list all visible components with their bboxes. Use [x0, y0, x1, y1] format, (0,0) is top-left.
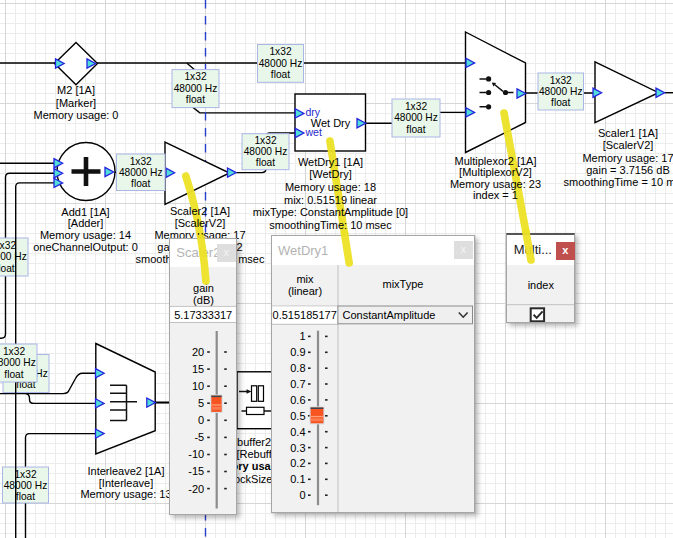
svg-text:20: 20: [192, 346, 204, 358]
svg-text:0.8: 0.8: [290, 362, 305, 374]
svg-text:1x32: 1x32: [3, 346, 25, 357]
svg-text:1x32: 1x32: [184, 71, 206, 82]
svg-text:float: float: [0, 263, 15, 274]
svg-text:WetDry1 [1A]: WetDry1 [1A]: [298, 156, 363, 168]
svg-text:5.17333317: 5.17333317: [174, 309, 232, 321]
svg-text:48000 Hz: 48000 Hz: [4, 480, 48, 491]
svg-text:Multiplexor2 [1A]: Multiplexor2 [1A]: [455, 155, 537, 167]
svg-text:mix: 0.51519 linear: mix: 0.51519 linear: [284, 194, 377, 206]
svg-text:0.5: 0.5: [290, 409, 305, 421]
svg-text:0.515185177: 0.515185177: [273, 309, 337, 321]
svg-text:float: float: [271, 69, 290, 80]
svg-text:float: float: [4, 369, 23, 380]
svg-text:0.3: 0.3: [290, 441, 305, 453]
svg-text:mixType: mixType: [383, 277, 424, 289]
svg-text:48000 Hz: 48000 Hz: [119, 167, 163, 178]
svg-text:1x32: 1x32: [0, 240, 16, 251]
svg-text:0.9: 0.9: [290, 346, 305, 358]
svg-text:48000 Hz: 48000 Hz: [0, 251, 27, 262]
svg-text:Memory usage: 13: Memory usage: 13: [80, 488, 171, 500]
svg-text:[ScalerV2]: [ScalerV2]: [175, 217, 226, 229]
svg-text:-15: -15: [189, 465, 205, 477]
svg-text:Memory usage: 23: Memory usage: 23: [450, 178, 541, 190]
svg-text:(dB): (dB): [193, 294, 214, 306]
svg-text:0.6: 0.6: [290, 393, 305, 405]
svg-text:mix: mix: [296, 273, 314, 285]
svg-text:5: 5: [198, 397, 204, 409]
svg-text:-5: -5: [195, 431, 205, 443]
svg-text:Interleave2 [1A]: Interleave2 [1A]: [87, 465, 164, 477]
svg-text:float: float: [551, 97, 570, 108]
svg-text:-20: -20: [189, 483, 205, 495]
svg-text:gain = 3.7156 dB: gain = 3.7156 dB: [586, 164, 670, 176]
svg-text:1: 1: [299, 330, 305, 342]
svg-text:1x32: 1x32: [550, 75, 572, 86]
svg-text:index = 1: index = 1: [473, 189, 518, 201]
svg-text:Add1 [1A]: Add1 [1A]: [61, 206, 109, 218]
svg-text:0.7: 0.7: [290, 377, 305, 389]
svg-text:gain: gain: [193, 282, 214, 294]
svg-text:Scaler2 [1A]: Scaler2 [1A]: [170, 205, 230, 217]
svg-text:0.1: 0.1: [290, 473, 305, 485]
svg-text:[ScalerV2]: [ScalerV2]: [603, 139, 654, 151]
svg-text:M2 [1A]: M2 [1A]: [57, 84, 95, 96]
svg-text:dry: dry: [306, 106, 321, 118]
svg-text:wet: wet: [305, 126, 322, 138]
svg-text:0.2: 0.2: [290, 457, 305, 469]
svg-text:[MultiplexorV2]: [MultiplexorV2]: [459, 166, 532, 178]
svg-text:index: index: [527, 278, 554, 290]
svg-text:[Adder]: [Adder]: [68, 217, 103, 229]
svg-text:smoothingTime: 10 msec: smoothingTime: 10 msec: [269, 219, 392, 231]
svg-text:1x32: 1x32: [254, 135, 276, 146]
svg-text:48000 Hz: 48000 Hz: [0, 357, 36, 368]
svg-text:Memory usage: 0: Memory usage: 0: [34, 109, 119, 121]
svg-text:ConstantAmplitude: ConstantAmplitude: [343, 308, 436, 320]
svg-text:10: 10: [192, 380, 204, 392]
svg-text:-10: -10: [189, 448, 205, 460]
svg-text:1x32: 1x32: [130, 156, 152, 167]
svg-text:mixType: ConstantAmplitude [0]: mixType: ConstantAmplitude [0]: [253, 206, 408, 218]
svg-text:0: 0: [198, 414, 204, 426]
svg-text:Memory usage: 18: Memory usage: 18: [285, 181, 376, 193]
svg-text:48000 Hz: 48000 Hz: [539, 86, 583, 97]
svg-text:1x32: 1x32: [14, 469, 36, 480]
svg-text:float: float: [406, 124, 425, 135]
svg-text:1x32: 1x32: [405, 101, 427, 112]
svg-text:1x32: 1x32: [269, 46, 291, 57]
svg-text:Memory usage: 14: Memory usage: 14: [40, 229, 131, 241]
svg-text:[Marker]: [Marker]: [56, 97, 96, 109]
svg-text:smoothingTime = 10 msec: smoothingTime = 10 msec: [564, 176, 673, 188]
svg-text:15: 15: [192, 363, 204, 375]
svg-text:float: float: [131, 178, 150, 189]
svg-text:0: 0: [299, 489, 305, 501]
svg-text:[WetDry]: [WetDry]: [309, 168, 352, 180]
svg-text:0.4: 0.4: [290, 425, 305, 437]
svg-text:float: float: [186, 94, 205, 105]
svg-text:48000 Hz: 48000 Hz: [394, 112, 438, 123]
svg-text:Memory usage: 17: Memory usage: 17: [582, 152, 673, 164]
svg-text:oneChannelOutput: 0: oneChannelOutput: 0: [33, 241, 138, 253]
svg-text:48000 Hz: 48000 Hz: [244, 146, 288, 157]
svg-text:(linear): (linear): [288, 285, 322, 297]
svg-text:48000 Hz: 48000 Hz: [259, 58, 303, 69]
svg-text:float: float: [256, 157, 275, 168]
svg-text:48000 Hz: 48000 Hz: [174, 83, 218, 94]
svg-text:[Interleave]: [Interleave]: [99, 477, 153, 489]
svg-text:Scaler1 [1A]: Scaler1 [1A]: [598, 127, 658, 139]
svg-text:float: float: [16, 491, 35, 502]
